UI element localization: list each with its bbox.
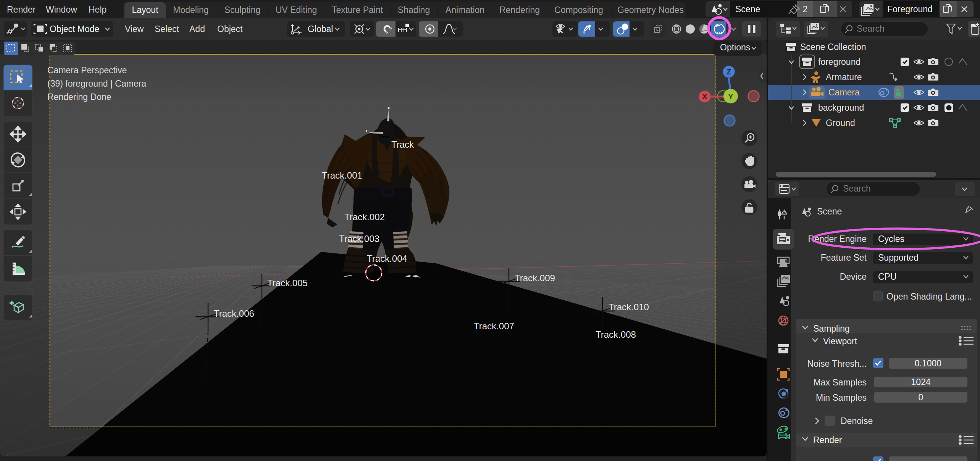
svg-text:Track.008: Track.008 xyxy=(596,329,636,340)
svg-text:Track.010: Track.010 xyxy=(609,302,649,312)
svg-text:background: background xyxy=(818,103,864,113)
svg-text:CPU: CPU xyxy=(878,272,897,282)
svg-text:(39) foreground | Camera: (39) foreground | Camera xyxy=(47,79,146,89)
svg-text:Camera: Camera xyxy=(828,87,860,97)
svg-text:Render: Render xyxy=(813,435,842,445)
svg-text:Global: Global xyxy=(308,24,333,34)
svg-text:Track.002: Track.002 xyxy=(344,212,385,222)
svg-text:Track: Track xyxy=(391,139,414,150)
svg-text:Track.007: Track.007 xyxy=(474,321,514,331)
svg-text:Select: Select xyxy=(155,24,179,34)
svg-text:Max Samples: Max Samples xyxy=(814,377,867,387)
svg-text:Track.004: Track.004 xyxy=(367,253,407,264)
svg-text:Viewport: Viewport xyxy=(823,336,857,346)
svg-text:View: View xyxy=(125,24,144,34)
svg-text:Track.003: Track.003 xyxy=(339,234,379,244)
svg-text:Min Samples: Min Samples xyxy=(816,393,867,403)
svg-text:Sampling: Sampling xyxy=(813,324,850,334)
svg-text:Cycles: Cycles xyxy=(878,234,904,244)
svg-text:Y: Y xyxy=(728,92,733,101)
svg-text:Track.006: Track.006 xyxy=(214,308,254,319)
svg-text:Scene: Scene xyxy=(817,206,842,216)
svg-text:Z: Z xyxy=(727,68,731,76)
svg-text:Search: Search xyxy=(857,24,885,34)
svg-text:Scene Collection: Scene Collection xyxy=(800,42,866,52)
svg-text:Noise Thresh...: Noise Thresh... xyxy=(807,359,867,369)
svg-text:Scene: Scene xyxy=(735,4,760,14)
svg-text:1024: 1024 xyxy=(911,377,930,387)
svg-text:2: 2 xyxy=(803,4,808,14)
svg-text:Feature Set: Feature Set xyxy=(821,253,867,263)
svg-text:0: 0 xyxy=(919,392,923,402)
svg-text:Camera Perspective: Camera Perspective xyxy=(47,65,127,75)
svg-text:Search: Search xyxy=(843,184,871,193)
svg-text:Open Shading Lang...: Open Shading Lang... xyxy=(886,292,972,301)
svg-text:Supported: Supported xyxy=(878,253,919,263)
svg-text:Object: Object xyxy=(217,24,243,34)
svg-text:Add: Add xyxy=(189,24,205,34)
svg-text:Foreground: Foreground xyxy=(887,4,933,14)
svg-text:Track.001: Track.001 xyxy=(322,170,362,181)
svg-text:Track.005: Track.005 xyxy=(267,278,308,288)
svg-text:Ground: Ground xyxy=(826,118,855,128)
svg-text:Rendering Done: Rendering Done xyxy=(47,92,111,102)
svg-text:0.1000: 0.1000 xyxy=(915,358,941,368)
svg-text:Device: Device xyxy=(840,272,867,282)
svg-text:Denoise: Denoise xyxy=(841,416,873,426)
svg-text:Object Mode: Object Mode xyxy=(50,24,99,34)
svg-text:foreground: foreground xyxy=(818,57,861,67)
svg-text:Armature: Armature xyxy=(826,72,862,82)
svg-text:X: X xyxy=(702,92,707,101)
svg-text:Track.009: Track.009 xyxy=(515,273,555,283)
svg-text:Options: Options xyxy=(720,42,750,52)
